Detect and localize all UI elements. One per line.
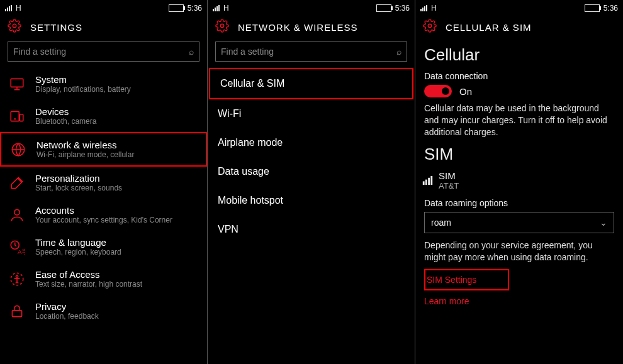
learn-more-link[interactable]: Learn more — [424, 296, 469, 306]
category-title: Accounts — [35, 205, 172, 216]
search-placeholder: Find a setting — [221, 47, 396, 57]
sim-carrier: AT&T — [439, 181, 459, 190]
roaming-label: Data roaming options — [424, 198, 614, 208]
category-subtitle: Speech, region, keyboard — [35, 248, 121, 256]
network-type: H — [223, 4, 229, 13]
category-title: System — [35, 74, 131, 85]
roaming-value: roam — [431, 218, 451, 228]
category-title: Ease of Access — [35, 269, 142, 280]
person-icon — [8, 206, 26, 224]
svg-point-6 — [14, 118, 15, 119]
data-connection-state: On — [459, 86, 472, 97]
svg-rect-14 — [12, 310, 21, 316]
option-cellular-sim[interactable]: Cellular & SIM — [209, 68, 413, 99]
category-subtitle: Location, feedback — [35, 312, 99, 321]
svg-rect-1 — [11, 79, 23, 87]
svg-point-15 — [220, 24, 224, 28]
status-bar: H 5:36 — [208, 0, 415, 15]
category-title: Privacy — [35, 301, 99, 312]
gear-icon — [8, 19, 21, 35]
data-connection-label: Data connection — [424, 71, 614, 81]
category-subtitle: Wi-Fi, airplane mode, cellular — [36, 150, 134, 159]
category-subtitle: Start, lock screen, sounds — [35, 184, 122, 192]
search-placeholder: Find a setting — [13, 47, 189, 57]
category-ease-of-access[interactable]: Ease of Access Text size, narrator, high… — [0, 263, 207, 295]
category-devices[interactable]: Devices Bluetooth, camera — [0, 100, 207, 132]
lock-icon — [8, 302, 26, 321]
option-mobile-hotspot[interactable]: Mobile hotspot — [208, 186, 415, 215]
status-bar: H 5:36 — [415, 0, 623, 15]
network-wireless-screen: H 5:36 NETWORK & WIRELESS Find a setting… — [208, 0, 415, 364]
category-title: Network & wireless — [36, 140, 134, 150]
signal-icon — [420, 5, 427, 11]
category-subtitle: Your account, sync settings, Kid's Corne… — [35, 216, 172, 224]
svg-rect-5 — [20, 114, 23, 121]
display-icon — [8, 75, 26, 94]
battery-icon — [169, 4, 184, 12]
time-language-icon: A字 — [8, 238, 26, 256]
category-system[interactable]: System Display, notifications, battery — [0, 68, 207, 100]
category-personalization[interactable]: Personalization Start, lock screen, soun… — [0, 167, 207, 199]
page-title: CELLULAR & SIM — [446, 22, 532, 33]
svg-point-0 — [13, 24, 16, 28]
battery-icon — [376, 4, 391, 12]
settings-root-screen: H 5:36 SETTINGS Find a setting ⌕ — [0, 0, 208, 364]
category-accounts[interactable]: Accounts Your account, sync settings, Ki… — [0, 199, 207, 231]
sim-heading: SIM — [424, 145, 614, 164]
network-options-list: Cellular & SIM Wi-Fi Airplane mode Data … — [208, 68, 415, 244]
category-network-wireless[interactable]: Network & wireless Wi-Fi, airplane mode,… — [0, 132, 207, 167]
cellular-heading: Cellular — [424, 45, 614, 65]
roaming-help: Depending on your service agreement, you… — [424, 240, 614, 263]
header: CELLULAR & SIM — [415, 15, 623, 41]
option-airplane-mode[interactable]: Airplane mode — [208, 128, 415, 157]
sim-settings-link[interactable]: SIM Settings — [427, 275, 476, 285]
sim-settings-link-highlight: SIM Settings — [424, 269, 509, 290]
page-title: NETWORK & WIRELESS — [238, 22, 358, 33]
header: SETTINGS — [0, 15, 207, 41]
status-bar: H 5:36 — [0, 0, 207, 15]
devices-icon — [8, 107, 26, 126]
settings-category-list: System Display, notifications, battery D… — [0, 68, 207, 327]
cellular-sim-screen: H 5:36 CELLULAR & SIM Cellular Data conn… — [415, 0, 623, 364]
category-title: Personalization — [35, 173, 122, 184]
option-wifi[interactable]: Wi-Fi — [208, 99, 415, 128]
svg-point-9 — [14, 209, 20, 215]
chevron-down-icon: ⌄ — [600, 218, 607, 228]
search-icon: ⌕ — [396, 47, 401, 57]
data-connection-toggle[interactable] — [424, 85, 452, 97]
category-subtitle: Display, notifications, battery — [35, 85, 131, 94]
category-privacy[interactable]: Privacy Location, feedback — [0, 295, 207, 327]
globe-icon — [9, 140, 28, 159]
battery-icon — [585, 4, 600, 12]
search-input[interactable]: Find a setting ⌕ — [215, 41, 407, 62]
ease-of-access-icon — [8, 270, 26, 289]
option-vpn[interactable]: VPN — [208, 215, 415, 244]
clock: 5:36 — [188, 4, 202, 13]
category-time-language[interactable]: A字 Time & language Speech, region, keybo… — [0, 231, 207, 263]
clock: 5:36 — [603, 4, 618, 13]
network-type: H — [431, 4, 437, 13]
search-icon: ⌕ — [189, 47, 194, 57]
svg-point-13 — [16, 275, 18, 277]
page-title: SETTINGS — [30, 22, 82, 33]
category-subtitle: Bluetooth, camera — [35, 117, 96, 126]
option-data-usage[interactable]: Data usage — [208, 157, 415, 186]
data-connection-help: Cellular data may be used in the backgro… — [424, 102, 614, 138]
gear-icon — [215, 19, 229, 35]
signal-icon — [5, 5, 12, 11]
svg-point-16 — [428, 24, 432, 28]
sim-name: SIM — [439, 170, 459, 181]
sim-entry[interactable]: SIM AT&T — [424, 170, 614, 190]
signal-icon — [213, 5, 220, 11]
gear-icon — [423, 19, 437, 35]
clock: 5:36 — [395, 4, 410, 13]
network-type: H — [16, 4, 21, 13]
category-title: Devices — [35, 106, 96, 117]
svg-text:A字: A字 — [18, 248, 25, 255]
category-title: Time & language — [35, 237, 121, 248]
roaming-select[interactable]: roam ⌄ — [424, 212, 614, 233]
category-subtitle: Text size, narrator, high contrast — [35, 280, 142, 289]
header: NETWORK & WIRELESS — [208, 15, 415, 41]
search-input[interactable]: Find a setting ⌕ — [8, 41, 199, 62]
paint-icon — [8, 174, 26, 192]
